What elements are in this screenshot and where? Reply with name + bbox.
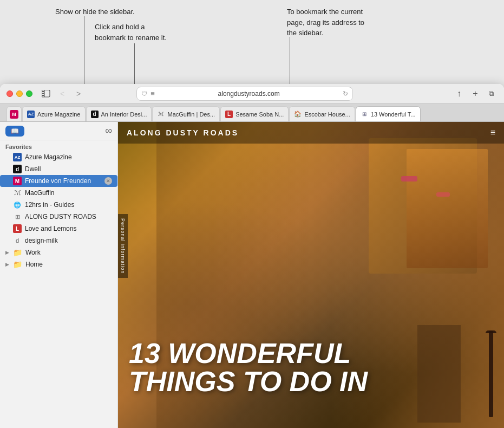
sidebar-toggle-icon [42,90,50,98]
bookmarks-icon: 📖 [11,127,19,135]
tab-sesame-favicon: L [225,111,233,118]
add-tab-button[interactable]: + [469,88,481,100]
tab-13wonderful-label: 13 Wonderful T... [371,111,416,118]
12hrs-label: 12hrs in - Guides [25,201,112,209]
close-button[interactable] [6,90,13,97]
title-bar: < > 🛡 ≡ alongdustyroads.com ↻ ↑ + ⧉ [0,84,504,103]
tab-azure-label: Azure Magazine [37,111,81,118]
sidebar-bookmarks-tab[interactable]: 📖 [5,126,24,137]
svg-rect-2 [42,91,44,92]
tab-sesame-label: Sesame Soba N... [235,111,284,118]
azure-label: Azure Magazine [25,153,112,161]
shield-icon: 🛡 [141,90,147,97]
tooltip-bookmark-page: To bookmark the current page, drag its a… [287,7,364,38]
macguffin-label: MacGuffin [25,189,112,197]
svg-rect-4 [42,95,44,96]
tab-escobar-favicon: 🏠 [294,111,302,118]
tab-azure-favicon: AZ [27,111,35,118]
favorites-section-label: Favorites [0,140,117,151]
bookmark-macguffin[interactable]: ℳ MacGuffin [0,187,117,199]
address-bar[interactable]: 🛡 ≡ alongdustyroads.com ↻ [136,87,353,101]
home-folder-icon: 📁 [13,260,22,269]
tab-sesame[interactable]: L Sesame Soba N... [220,106,289,121]
browser-content: 📖 ∞ Favorites AZ Azure Magazine d Dwell … [0,122,504,428]
fullscreen-button[interactable] [26,90,32,97]
tab-overview-button[interactable]: ⧉ [486,88,498,100]
page-background: ALONG DUSTY ROADS ≡ Personal information… [118,122,504,428]
connector-line-1 [84,16,84,84]
hamburger-icon: ≡ [490,128,495,137]
tooltip-show-hide-sidebar: Show or hide the sidebar. [55,7,135,17]
tab-azure-magazine[interactable]: AZ Azure Magazine [22,106,86,121]
tab-macguffin-label: MacGuffin | Des... [167,111,215,118]
love-lemons-label: Love and Lemons [25,225,112,232]
work-folder-icon: 📁 [13,248,22,257]
main-content: ALONG DUSTY ROADS ≡ Personal information… [118,122,504,428]
vertical-privacy-text: Personal information [118,214,128,278]
freunde-close-button[interactable]: ✕ [104,177,112,185]
headline-line1: 13 WONDERFUL [129,339,493,367]
love-lemons-favicon: L [13,224,22,233]
sidebar-toggle-button[interactable] [40,88,52,100]
reload-button[interactable]: ↻ [343,90,348,98]
design-milk-favicon: d [13,236,22,245]
folder-home[interactable]: ▶ 📁 Home [0,258,117,270]
site-title-text: ALONG DUSTY ROADS [127,128,239,137]
share-button[interactable]: ↑ [453,88,465,100]
bookmark-along-dusty[interactable]: ⊞ ALONG DUSTY ROADS [0,211,117,223]
sidebar-infinity-icon[interactable]: ∞ [105,125,112,137]
home-folder-label: Home [25,261,43,268]
toolbar-right: ↑ + ⧉ [453,88,498,100]
along-dusty-label: ALONG DUSTY ROADS [25,213,112,221]
home-chevron-icon: ▶ [5,262,11,267]
reader-icon: ≡ [150,89,155,98]
tab-13wonderful[interactable]: ⊞ 13 Wonderful T... [356,106,421,121]
pinned-favicon: M [10,110,18,119]
dwell-favicon: d [13,165,22,173]
traffic-lights [6,90,32,97]
url-text: alongdustyroads.com [158,90,339,98]
bookmark-design-milk[interactable]: d design-milk [0,235,117,247]
minimize-button[interactable] [16,90,23,97]
macguffin-favicon: ℳ [13,189,22,197]
bookmark-azure[interactable]: AZ Azure Magazine [0,151,117,163]
freunde-label: Freunde von Freunden [25,177,101,185]
headline-line2: THINGS TO DO IN [129,367,493,395]
hamburger-menu-button[interactable]: ≡ [490,128,495,138]
connector-line-3 [290,37,290,86]
tab-escobar-label: Escobar House... [304,111,350,118]
tab-interior-design[interactable]: d An Interior Desi... [86,106,152,121]
page-headline: 13 WONDERFUL THINGS TO DO IN [129,339,493,395]
sidebar-header: 📖 ∞ [0,122,117,140]
tab-interior-label: An Interior Desi... [101,111,147,118]
12hrs-favicon: 🌐 [13,200,22,209]
sidebar: 📖 ∞ Favorites AZ Azure Magazine d Dwell … [0,122,118,428]
work-chevron-icon: ▶ [5,250,11,255]
dwell-label: Dwell [25,165,112,173]
svg-rect-3 [42,93,44,94]
pinned-tab-m[interactable]: M [6,106,22,121]
folder-work[interactable]: ▶ 📁 Work [0,247,117,258]
tab-macguffin[interactable]: ℳ MacGuffin | Des... [152,106,220,121]
tab-macguffin-favicon: ℳ [157,111,165,118]
site-header: ALONG DUSTY ROADS ≡ [118,122,504,144]
bookmark-dwell[interactable]: d Dwell [0,163,117,175]
work-folder-label: Work [25,249,41,256]
tooltip-rename-bookmark: Click and hold a bookmark to rename it. [95,22,167,43]
back-button[interactable]: < [56,88,68,100]
tab-interior-favicon: d [91,111,99,118]
tab-13wonderful-favicon: ⊞ [361,111,368,118]
connector-line-2 [134,43,135,84]
tab-bar: M AZ Azure Magazine d An Interior Desi..… [0,103,504,122]
bookmark-freunde[interactable]: M Freunde von Freunden ✕ [0,175,117,187]
forward-button[interactable]: > [73,88,84,100]
browser-window: < > 🛡 ≡ alongdustyroads.com ↻ ↑ + ⧉ M AZ… [0,84,504,428]
tab-escobar[interactable]: 🏠 Escobar House... [289,106,355,121]
azure-favicon: AZ [13,153,22,161]
freunde-favicon: M [13,177,22,185]
bookmark-12hrs[interactable]: 🌐 12hrs in - Guides [0,199,117,211]
bookmark-love-lemons[interactable]: L Love and Lemons [0,223,117,235]
along-dusty-favicon: ⊞ [13,212,22,221]
design-milk-label: design-milk [25,237,112,244]
